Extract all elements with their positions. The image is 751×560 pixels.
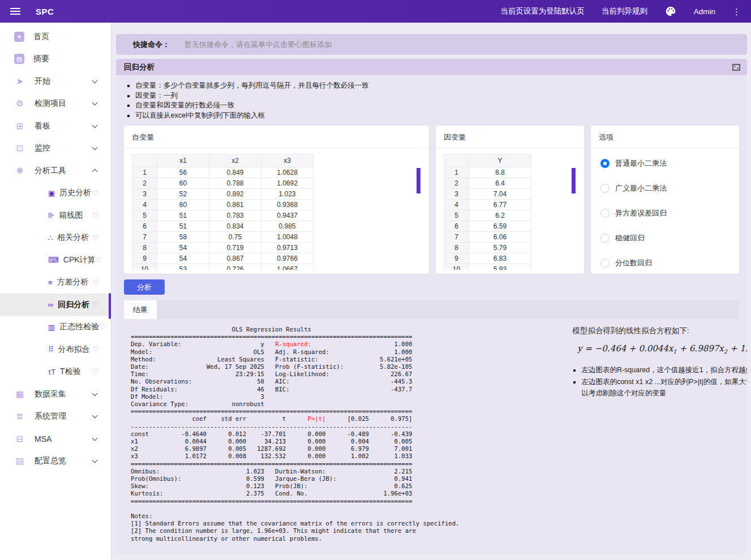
table-row: 4600.8610.9368 [132, 200, 314, 210]
sidebar-item-inspection-items[interactable]: ⚙检测项目 [0, 93, 111, 115]
favorite-heart-icon[interactable]: ♡ [92, 345, 99, 354]
calendar-icon: ▣ [48, 189, 55, 197]
sidebar-item-label: 相关分析 [57, 232, 92, 243]
table-row: 46.77 [444, 200, 531, 210]
cell-value: 7.04 [469, 189, 531, 200]
row-index: 10 [132, 264, 157, 270]
sidebar-item-label: 系统管理 [35, 411, 93, 421]
sidebar-item-data-collection[interactable]: ▦数据采集 [0, 383, 111, 406]
quick-commands-label: 快捷命令： [133, 40, 170, 50]
table-row: 7580.751.0048 [132, 232, 314, 243]
sidebar-scrollbar-thumb[interactable] [109, 293, 111, 319]
sidebar-item-anova[interactable]: ≡方差分析♡ [0, 272, 111, 294]
data-grid: x1x2x31560.8491.06282600.7881.06923520.8… [132, 154, 314, 270]
analyze-button[interactable]: 分析 [124, 279, 165, 295]
favorite-heart-icon[interactable]: ♡ [92, 278, 99, 287]
favorite-heart-icon[interactable]: ♡ [99, 323, 106, 331]
radio-icon[interactable] [600, 159, 610, 168]
theme-palette-icon[interactable] [664, 5, 677, 18]
favorite-heart-icon[interactable]: ♡ [96, 256, 102, 264]
sidebar-item-msa[interactable]: ⊟MSA [0, 428, 111, 450]
calculator-icon: ⊟ [14, 434, 25, 444]
set-default-page-button[interactable]: 当前页设置为登陆默认页 [500, 6, 585, 16]
sidebar-item-t-test[interactable]: τTT检验♡ [0, 361, 111, 384]
card-title-options: 选项 [591, 126, 739, 148]
sidebar-item-distribution-fit[interactable]: ⠿分布拟合♡ [0, 338, 111, 361]
sidebar-item-monitoring[interactable]: ⊡监控 [0, 137, 111, 160]
radio-option[interactable]: 异方差误差回归 [600, 208, 729, 218]
histogram-icon: ▥ [48, 323, 55, 331]
radio-option[interactable]: 稳健回归 [600, 233, 729, 243]
table-scrollbar-thumb[interactable] [572, 168, 576, 193]
menu-toggle-icon[interactable] [10, 8, 20, 15]
row-index: 3 [132, 189, 157, 200]
row-index: 9 [444, 253, 469, 264]
sidebar-item-config-overview[interactable]: ▤配置总览 [0, 450, 111, 473]
row-index: 9 [132, 253, 157, 264]
sidebar-item-analysis-tools[interactable]: ❋分析工具 [0, 160, 111, 182]
dots-grid-icon: ⠿ [48, 345, 54, 354]
sidebar-item-start[interactable]: ➤开始 [0, 70, 111, 93]
column-header: x1 [157, 154, 209, 167]
tab-results[interactable]: 结果 [124, 300, 157, 319]
radio-icon[interactable] [600, 209, 610, 218]
list-item: 因变量：一列 [135, 91, 739, 101]
radio-icon[interactable] [600, 234, 610, 243]
sidebar-item-boxplot[interactable]: ⊪箱线图♡ [0, 204, 111, 227]
sidebar-item-label: 开始 [35, 76, 93, 87]
equation-intro: 模型拟合得到的线性拟合方程如下: [572, 326, 747, 336]
row-index: 8 [444, 243, 469, 253]
radio-icon[interactable] [600, 184, 610, 193]
table-row: 9540.8670.9766 [132, 253, 314, 264]
favorite-heart-icon[interactable]: ♡ [92, 368, 99, 376]
list-item: 自变量和因变量的行数必须一致 [135, 101, 739, 111]
favorite-heart-icon[interactable]: ♡ [92, 211, 99, 219]
cell-value: 60 [157, 178, 209, 189]
more-options-icon[interactable]: ⋮ [732, 7, 741, 16]
sidebar-item-label: 数据采集 [35, 389, 93, 399]
cell-value: 5.79 [469, 243, 531, 253]
sidebar-item-correlation-analysis[interactable]: ∴相关分析♡ [0, 227, 111, 249]
panel-body: 自变量：多少个自变量就多少列，每列用逗号隔开，并且每行个数必须一致因变量：一列自… [116, 81, 747, 554]
ols-report: OLS Regression Results =================… [131, 326, 459, 542]
cell-value: 0.788 [209, 178, 261, 189]
start-send-icon: ➤ [14, 76, 25, 87]
radio-icon[interactable] [600, 259, 610, 268]
independent-table[interactable]: x1x2x31560.8491.06282600.7881.06923520.8… [132, 154, 421, 270]
radio-option[interactable]: 普通最小二乘法 [600, 158, 729, 169]
expand-icon[interactable] [731, 63, 741, 72]
sidebar-item-summary[interactable]: ▤摘要 [0, 48, 111, 71]
favorite-heart-icon[interactable]: ♡ [92, 234, 99, 242]
row-index: 5 [132, 210, 157, 221]
radio-option[interactable]: 广义最小二乘法 [600, 183, 729, 193]
judge-rules-button[interactable]: 当前判异规则 [602, 6, 647, 16]
dependent-table[interactable]: Y16.826.437.0446.7756.266.5976.0685.7996… [444, 154, 576, 270]
sidebar-item-home[interactable]: ✦首页 [0, 25, 111, 48]
row-index: 7 [132, 232, 157, 243]
radio-option[interactable]: 分位数回归 [600, 258, 729, 268]
sidebar-item-dashboard[interactable]: ⊞看板 [0, 115, 111, 137]
table-scrollbar-thumb[interactable] [417, 168, 420, 193]
cell-value: 0.726 [209, 264, 261, 270]
scatter-icon: ∴ [48, 234, 53, 242]
sidebar-item-label: T检验 [60, 367, 92, 377]
cell-value: 53 [157, 264, 209, 270]
card-title-independent: 自变量 [124, 126, 429, 148]
favorite-heart-icon[interactable]: ♡ [92, 300, 99, 309]
app: SPC 当前页设置为登陆默认页 当前判异规则 Admin ⋮ ✦首页▤摘要➤开始… [0, 0, 751, 560]
user-menu[interactable]: Admin [694, 7, 715, 16]
favorite-heart-icon[interactable]: ♡ [92, 189, 99, 197]
variance-lines-icon: ≡ [48, 278, 53, 287]
sidebar-item-history-analysis[interactable]: ▣历史分析♡ [0, 182, 111, 205]
row-index: 4 [132, 200, 157, 210]
sidebar-item-cpk-calculation[interactable]: ⌨CPK计算♡ [0, 249, 111, 272]
sidebar-item-label: MSA [35, 434, 93, 443]
radio-label: 普通最小二乘法 [615, 158, 667, 169]
sidebar-item-normality-test[interactable]: ▥正态性检验♡ [0, 316, 111, 339]
cell-value: 5.93 [469, 264, 531, 270]
sidebar-item-system-management[interactable]: ≣系统管理 [0, 406, 111, 428]
cell-value: 1.0628 [261, 167, 314, 178]
results-body: OLS Regression Results =================… [124, 319, 739, 554]
table-row: 5510.7830.9437 [132, 210, 314, 221]
sidebar-item-regression-analysis[interactable]: ∞回归分析♡ [0, 294, 111, 316]
